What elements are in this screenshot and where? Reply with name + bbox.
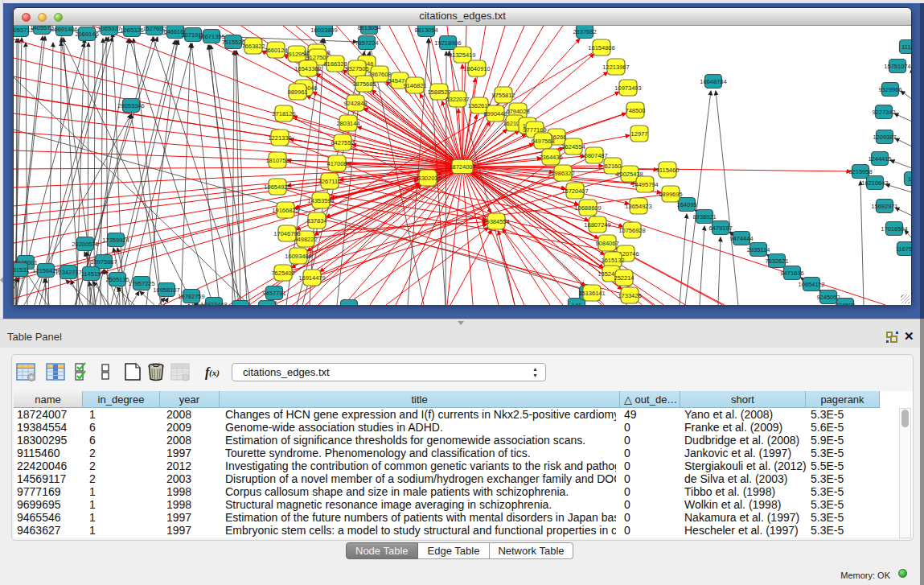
svg-text:16093489: 16093489 — [285, 253, 311, 260]
svg-text:7632621: 7632621 — [765, 257, 788, 265]
svg-text:3624554: 3624554 — [561, 143, 585, 150]
svg-text:8215958: 8215958 — [848, 168, 872, 175]
svg-text:16543362: 16543362 — [294, 65, 321, 72]
svg-text:1244415: 1244415 — [868, 155, 891, 163]
svg-text:9146821: 9146821 — [403, 82, 426, 89]
svg-text:5322037: 5322037 — [446, 96, 469, 103]
svg-text:2069146: 2069146 — [75, 31, 98, 38]
svg-text:8813054: 8813054 — [357, 26, 380, 31]
svg-text:2935114: 2935114 — [747, 246, 770, 253]
svg-text:19654925: 19654925 — [264, 183, 290, 191]
svg-text:1065326: 1065326 — [120, 27, 143, 34]
svg-text:20691406: 20691406 — [51, 26, 77, 33]
svg-text:16648784: 16648784 — [700, 78, 726, 85]
svg-text:10975867: 10975867 — [90, 258, 117, 266]
svg-text:989961: 989961 — [287, 89, 307, 96]
svg-text:1209387: 1209387 — [873, 134, 896, 141]
svg-text:16914479: 16914479 — [298, 274, 325, 282]
svg-text:15136141: 15136141 — [578, 290, 605, 297]
svg-text:252214: 252214 — [614, 274, 634, 282]
svg-text:6899695: 6899695 — [659, 191, 682, 198]
svg-text:15692971: 15692971 — [871, 203, 897, 210]
svg-text:1588520: 1588520 — [427, 89, 450, 96]
svg-text:11325419: 11325419 — [450, 51, 476, 59]
svg-text:15720407: 15720407 — [561, 187, 588, 195]
svg-text:417008: 417008 — [326, 160, 347, 167]
svg-text:17957225: 17957225 — [128, 280, 154, 287]
svg-text:18640910: 18640910 — [463, 65, 490, 72]
svg-text:157104: 157104 — [339, 303, 359, 306]
svg-text:837834: 837834 — [306, 217, 326, 225]
svg-text:3267110: 3267110 — [318, 178, 342, 185]
svg-text:10807487: 10807487 — [581, 152, 607, 159]
svg-text:12342737: 12342737 — [55, 269, 81, 276]
svg-text:29053346: 29053346 — [117, 102, 144, 109]
svg-text:9755812: 9755812 — [491, 92, 515, 99]
svg-text:1112: 1112 — [901, 43, 911, 51]
svg-text:17016504: 17016504 — [881, 225, 907, 233]
svg-text:1810752: 1810752 — [265, 157, 289, 164]
svg-text:9327505: 9327505 — [345, 65, 368, 72]
svg-text:23302035: 23302035 — [414, 175, 441, 182]
svg-text:8427552: 8427552 — [331, 139, 354, 146]
svg-text:164095: 164095 — [676, 201, 696, 208]
svg-text:748500: 748500 — [625, 107, 645, 114]
svg-text:991531: 991531 — [14, 266, 30, 274]
svg-text:7857224: 7857224 — [355, 39, 378, 47]
svg-text:16154808: 16154808 — [588, 44, 614, 51]
svg-text:8813054: 8813054 — [414, 27, 437, 34]
svg-text:1733426: 1733426 — [618, 292, 641, 299]
svg-text:116: 116 — [908, 175, 911, 183]
svg-text:9777169: 9777169 — [523, 126, 546, 134]
svg-text:18807249: 18807249 — [584, 221, 610, 229]
svg-text:16210643: 16210643 — [861, 179, 888, 187]
svg-text:17359924: 17359924 — [102, 237, 129, 244]
svg-text:6479197: 6479197 — [708, 225, 732, 232]
svg-text:114519: 114519 — [81, 270, 101, 278]
svg-text:3660124: 3660124 — [264, 47, 287, 54]
svg-text:18724007: 18724007 — [449, 163, 475, 171]
svg-text:9474444: 9474444 — [729, 235, 753, 242]
svg-text:15751074: 15751074 — [884, 63, 910, 70]
svg-text:8186328: 8186328 — [323, 60, 347, 68]
svg-text:12977: 12977 — [631, 130, 648, 138]
svg-text:3875685: 3875685 — [352, 80, 376, 88]
svg-text:8471636: 8471636 — [780, 270, 803, 277]
svg-text:93454: 93454 — [259, 304, 276, 306]
svg-text:9329966: 9329966 — [878, 86, 901, 93]
svg-text:19166825: 19166825 — [272, 207, 298, 214]
svg-text:1527602: 1527602 — [142, 26, 166, 32]
svg-text:14495794: 14495794 — [631, 181, 658, 188]
svg-text:1405572: 1405572 — [30, 26, 53, 31]
svg-text:929344: 929344 — [230, 304, 250, 306]
svg-text:7663822: 7663822 — [241, 43, 265, 50]
svg-text:7986322: 7986322 — [551, 170, 574, 177]
svg-text:6794028: 6794028 — [506, 108, 529, 115]
svg-text:10973493: 10973493 — [614, 84, 641, 92]
svg-text:12923448: 12923448 — [200, 301, 227, 306]
svg-text:9242848: 9242848 — [343, 100, 367, 107]
svg-text:10654112: 10654112 — [799, 281, 825, 288]
svg-text:6497568: 6497568 — [531, 138, 554, 145]
svg-text:9245052: 9245052 — [816, 294, 840, 301]
svg-text:9227342: 9227342 — [872, 109, 895, 116]
svg-text:13654923: 13654923 — [625, 203, 651, 210]
svg-text:10688609: 10688609 — [574, 204, 601, 212]
svg-text:2837682: 2837682 — [573, 28, 596, 35]
svg-text:924505: 924505 — [835, 302, 855, 306]
svg-text:2505135: 2505135 — [105, 276, 129, 283]
svg-text:8990448: 8990448 — [483, 110, 507, 117]
svg-text:14353594: 14353594 — [307, 197, 334, 204]
svg-text:19384554: 19384554 — [483, 218, 509, 225]
svg-text:16782759: 16782759 — [178, 293, 204, 300]
svg-text:10756928: 10756928 — [618, 227, 645, 234]
svg-text:10958107: 10958107 — [153, 286, 179, 294]
svg-text:16033809: 16033809 — [310, 27, 337, 34]
svg-text:116753: 116753 — [896, 245, 911, 253]
svg-text:9084067: 9084067 — [595, 240, 618, 247]
svg-text:2718126: 2718126 — [272, 110, 295, 117]
svg-text:141: 141 — [572, 302, 582, 306]
svg-text:9115460: 9115460 — [656, 167, 680, 174]
svg-text:1065327: 1065327 — [97, 26, 121, 32]
svg-text:17046798: 17046798 — [273, 230, 300, 237]
